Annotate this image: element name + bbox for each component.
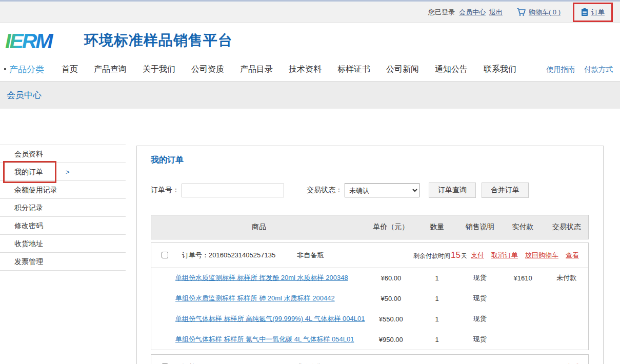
order-action-link[interactable]: 取消订单	[491, 251, 518, 260]
nav-item[interactable]: 通知公告	[435, 64, 468, 75]
page: 您已登录 会员中心 退出 购物车( 0 ) 订单	[0, 0, 620, 364]
order-search-form: 订单号： 交易状态： 未确认 订单查询 合并订单	[151, 183, 589, 198]
order-action-link[interactable]: 放回购物车	[525, 251, 558, 260]
item-sales-note: 现货	[459, 335, 501, 344]
content: 会员资料 我的订单 > 余额使用记录 积分记录	[0, 109, 620, 363]
bottle-note: 非自备瓶	[297, 362, 324, 364]
nav-right-links: 使用指南 付款方式	[540, 65, 613, 74]
sidebar-item[interactable]: 修改密码	[0, 217, 126, 235]
main-nav: 产品分类 首页 产品查询 关于我们 公司资质 产品目录 技术资料 标样证书 公司…	[0, 57, 620, 81]
item-price: ¥50.00	[367, 295, 415, 302]
order-header-row: 订单号：201605171217098691 非自备瓶 查看	[151, 355, 588, 364]
sidebar-item[interactable]: 我的订单 >	[0, 163, 126, 181]
page-title: 我的订单	[151, 155, 589, 166]
logout-link[interactable]: 退出	[489, 8, 503, 17]
sidebar-item-label: 我的订单	[14, 168, 43, 176]
order-group: 订单号：201605231405257135 非自备瓶 剩余付款时间15天 支付…	[151, 242, 589, 350]
breadcrumb: 会员中心	[7, 89, 42, 101]
logo-text: IERM	[5, 29, 53, 53]
item-price: ¥950.00	[367, 336, 415, 343]
order-number: 订单号：201605171217098691	[182, 362, 275, 364]
sidebar-item-label: 修改密码	[14, 221, 43, 230]
column-header: 实付款	[501, 223, 545, 232]
orders-link-label: 订单	[591, 8, 605, 17]
merge-order-button[interactable]: 合并订单	[482, 183, 529, 198]
orders-link[interactable]: 订单	[573, 3, 613, 22]
item-qty: 1	[415, 315, 459, 323]
nav-help-link[interactable]: 付款方式	[584, 65, 613, 73]
product-link[interactable]: 单组份水质监测标样 标样所 砷 20ml 水质标样 200442	[175, 294, 335, 302]
sidebar-item[interactable]: 会员资料	[0, 145, 126, 163]
chevron-right-icon: >	[66, 163, 70, 181]
nav-item[interactable]: 产品查询	[94, 64, 127, 75]
order-action-link[interactable]: 支付	[471, 251, 484, 260]
topbar: 您已登录 会员中心 退出 购物车( 0 ) 订单	[0, 0, 620, 23]
sidebar-item-label: 收货地址	[14, 239, 43, 248]
column-header: 数量	[415, 223, 459, 232]
order-actions: 查看	[566, 362, 588, 364]
login-status: 您已登录	[428, 8, 455, 17]
item-status: 未付款	[545, 273, 588, 282]
order-action-link[interactable]: 查看	[566, 251, 579, 260]
order-group: 订单号：201605171217098691 非自备瓶 查看	[151, 354, 589, 364]
column-header: 交易状态	[545, 223, 588, 232]
item-sales-note: 现货	[459, 273, 501, 282]
sidebar-item[interactable]: 积分记录	[0, 199, 126, 217]
sidebar-item[interactable]: 余额使用记录	[0, 181, 126, 199]
item-price: ¥550.00	[367, 315, 415, 323]
sidebar-item-label: 余额使用记录	[14, 186, 57, 194]
sidebar-item-label: 会员资料	[14, 150, 43, 158]
sidebar-item[interactable]: 收货地址	[0, 235, 126, 253]
item-qty: 1	[415, 295, 459, 302]
status-label: 交易状态：	[307, 186, 343, 195]
order-no-label: 订单号：	[151, 186, 179, 195]
cart-link-label: 购物车( 0 )	[529, 8, 561, 17]
item-sales-note: 现货	[459, 294, 501, 303]
sidebar: 会员资料 我的订单 > 余额使用记录 积分记录	[0, 145, 126, 271]
order-item-row: 单组份气体标样 标样所 氮气中一氧化碳 4L 气体标样 054L01 ¥950.…	[151, 329, 588, 350]
site-title: 环境标准样品销售平台	[84, 31, 233, 50]
status-select[interactable]: 未确认	[345, 183, 419, 197]
nav-item[interactable]: 首页	[62, 64, 78, 75]
query-order-button[interactable]: 订单查询	[429, 183, 476, 198]
site-header: IERM 环境标准样品销售平台	[0, 23, 620, 57]
sidebar-item-label: 发票管理	[14, 257, 43, 266]
column-header: 单价（元）	[367, 223, 415, 232]
nav-item[interactable]: 公司新闻	[386, 64, 419, 75]
product-link[interactable]: 单组份气体标样 标样所 高纯氮气(99.999%) 4L 气体标样 004L01	[175, 315, 365, 322]
column-header: 商品	[151, 223, 367, 232]
nav-item[interactable]: 公司资质	[191, 64, 224, 75]
nav-item[interactable]: 关于我们	[143, 64, 175, 75]
nav-help-link[interactable]: 使用指南	[547, 65, 575, 73]
order-header-row: 订单号：201605231405257135 非自备瓶 剩余付款时间15天 支付…	[151, 243, 588, 268]
item-paid: ¥1610	[501, 274, 545, 282]
item-qty: 1	[415, 274, 459, 282]
member-center-link[interactable]: 会员中心	[459, 8, 486, 17]
product-link[interactable]: 单组份气体标样 标样所 氮气中一氧化碳 4L 气体标样 054L01	[175, 335, 354, 343]
sidebar-item-label: 积分记录	[14, 204, 43, 212]
sidebar-item[interactable]: 发票管理	[0, 253, 126, 271]
nav-item[interactable]: 标样证书	[337, 64, 370, 75]
cart-link[interactable]: 购物车( 0 )	[516, 8, 561, 17]
order-no-input[interactable]	[182, 184, 284, 197]
order-item-row: 单组份气体标样 标样所 高纯氮气(99.999%) 4L 气体标样 004L01…	[151, 309, 588, 329]
order-actions: 剩余付款时间15天 支付 取消订单 放回购物车 查看	[413, 250, 588, 260]
nav-item[interactable]: 联系我们	[484, 64, 516, 75]
order-checkbox[interactable]	[162, 252, 168, 258]
remaining-payment-time: 剩余付款时间15天	[413, 250, 467, 260]
nav-category-button[interactable]: 产品分类	[4, 64, 44, 75]
orders-panel: 我的订单 订单号： 交易状态： 未确认 订单查询 合并订单 商品 单价（元） 数…	[136, 146, 604, 364]
order-action-link[interactable]: 查看	[566, 362, 579, 364]
nav-category-label: 产品分类	[9, 64, 44, 75]
nav-item[interactable]: 技术资料	[289, 64, 322, 75]
bottle-note: 非自备瓶	[297, 251, 324, 260]
column-header: 销售说明	[459, 223, 501, 232]
order-item-row: 单组份水质监测标样 标样所 挥发酚 20ml 水质标样 200348 ¥60.0…	[151, 268, 588, 288]
item-price: ¥60.00	[367, 274, 415, 282]
bullet-icon	[4, 68, 6, 70]
order-list-icon	[581, 8, 588, 16]
product-link[interactable]: 单组份水质监测标样 标样所 挥发酚 20ml 水质标样 200348	[175, 274, 348, 281]
nav-item[interactable]: 产品目录	[240, 64, 273, 75]
item-qty: 1	[415, 336, 459, 343]
ierm-logo: IERM	[5, 28, 77, 53]
